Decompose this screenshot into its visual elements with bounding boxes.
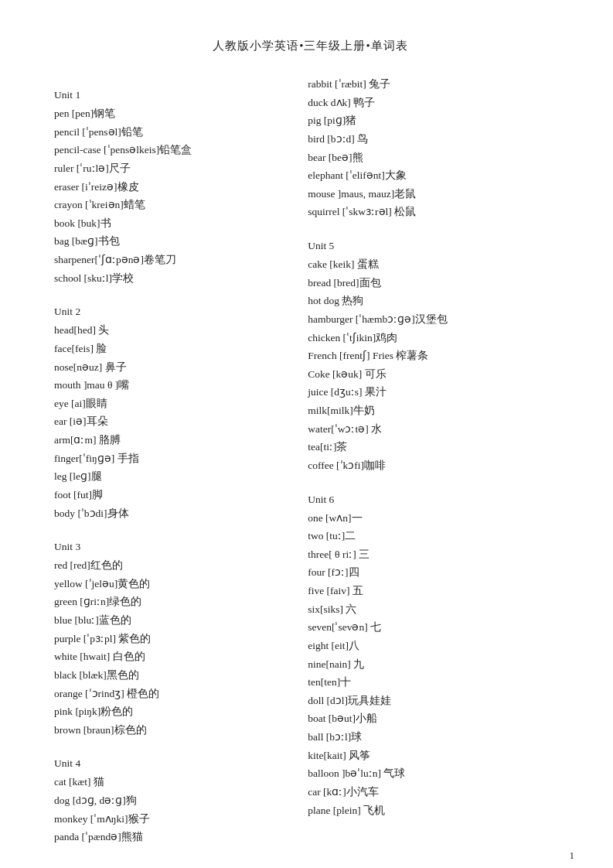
word-line: arm[ɑːm] 胳膊: [54, 431, 292, 449]
word-line: two [tuː]二: [308, 527, 567, 545]
word-line: eraser [iˈreizə]橡皮: [54, 178, 292, 196]
word-line: school [skuːl]学校: [54, 269, 292, 288]
word-line: nose[nəuz] 鼻子: [54, 358, 292, 377]
word-line: boat [bəut]小船: [308, 709, 567, 728]
word-line: purple [ˈpɜːpl] 紫色的: [54, 630, 292, 648]
word-line: pencil [ˈpensəl]铅笔: [54, 123, 292, 142]
word-line: crayon [ˈkreiən]蜡笔: [54, 196, 292, 214]
word-line: elephant [ˈelifənt]大象: [308, 166, 567, 185]
word-line: pink [piŋk]粉色的: [54, 702, 292, 721]
word-line: head[hed] 头: [54, 321, 292, 340]
word-line: seven[ˈsevən] 七: [308, 618, 567, 637]
word-line: tea[tiː]茶: [308, 438, 567, 456]
word-line: foot [fut]脚: [54, 486, 292, 504]
word-line: red [red]红色的: [54, 556, 292, 575]
word-line: body [ˈbɔdi]身体: [54, 504, 292, 523]
word-line: car [kɑː]小汽车: [308, 783, 567, 801]
word-line: kite[kait] 风筝: [308, 747, 567, 765]
word-line: six[siks] 六: [308, 600, 567, 619]
word-line: pig [piɡ]猪: [308, 111, 567, 130]
word-line: pen [pen]钢笔: [54, 104, 292, 123]
content-columns: Unit 1pen [pen]钢笔pencil [ˈpensəl]铅笔penci…: [54, 75, 567, 846]
right-column: rabbit [ˈræbit] 兔子duck dʌk] 鸭子pig [piɡ]猪…: [300, 75, 567, 846]
word-line: rabbit [ˈræbit] 兔子: [308, 75, 567, 94]
unit-title: Unit 6: [308, 494, 567, 506]
word-line: plane [plein] 飞机: [308, 801, 567, 820]
left-column: Unit 1pen [pen]钢笔pencil [ˈpensəl]铅笔penci…: [54, 75, 300, 846]
word-line: five [faiv] 五: [308, 582, 567, 600]
word-line: black [blæk]黑色的: [54, 666, 292, 685]
unit-title: Unit 1: [54, 89, 292, 101]
word-line: yellow [ˈjeləu]黄色的: [54, 575, 292, 593]
unit-title: Unit 4: [54, 757, 292, 770]
word-line: four [fɔː]四: [308, 563, 567, 582]
word-line: ruler [ˈruːlə]尺子: [54, 159, 292, 178]
word-line: chicken [ˈtʃikin]鸡肉: [308, 329, 567, 347]
word-line: brown [braun]棕色的: [54, 721, 292, 740]
word-line: eye [ai]眼睛: [54, 395, 292, 413]
word-line: ear [iə]耳朵: [54, 412, 292, 431]
spacer: [308, 475, 567, 480]
word-line: milk[milk]牛奶: [308, 402, 567, 420]
word-line: mouth ]mau θ ]嘴: [54, 376, 292, 395]
word-line: blue [bluː]蓝色的: [54, 611, 292, 630]
word-line: bear [beə]熊: [308, 149, 567, 167]
word-line: cat [kæt] 猫: [54, 773, 292, 791]
unit-title: Unit 5: [308, 240, 567, 252]
word-line: eight [eit]八: [308, 637, 567, 655]
word-line: bread [bred]面包: [308, 274, 567, 292]
word-line: sharpener[ˈʃɑːpənə]卷笔刀: [54, 251, 292, 269]
unit-title: Unit 2: [54, 306, 292, 318]
word-line: three[ θ riː] 三: [308, 545, 567, 564]
word-line: finger[ˈfiŋɡə] 手指: [54, 449, 292, 468]
page-number: 1: [570, 849, 575, 862]
word-line: bag [bæɡ]书包: [54, 232, 292, 251]
word-line: monkey [ˈmʌŋki]猴子: [54, 810, 292, 829]
word-line: bird [bɔːd] 鸟: [308, 130, 567, 149]
word-line: balloon ]bəˈluːn] 气球: [308, 764, 567, 783]
word-line: ball [bɔːl]球: [308, 728, 567, 747]
word-line: pencil-case [ˈpensəlkeis]铅笔盒: [54, 141, 292, 159]
word-line: orange [ˈɔrindʒ] 橙色的: [54, 685, 292, 703]
word-line: doll [dɔl]玩具娃娃: [308, 692, 567, 710]
word-line: leg [leɡ]腿: [54, 467, 292, 486]
word-line: cake [keik] 蛋糕: [308, 255, 567, 274]
word-line: panda [ˈpændə]熊猫: [54, 828, 292, 846]
word-line: ten[ten]十: [308, 673, 567, 692]
word-line: duck dʌk] 鸭子: [308, 94, 567, 112]
word-line: Coke [kəuk] 可乐: [308, 365, 567, 384]
word-line: squirrel [ˈskwɜːrəl] 松鼠: [308, 203, 567, 221]
word-line: dog [dɔɡ, dəːɡ]狗: [54, 791, 292, 810]
spacer: [54, 522, 292, 527]
spacer: [54, 287, 292, 292]
word-line: nine[nain] 九: [308, 655, 567, 674]
word-line: one [wʌn]一: [308, 509, 567, 528]
word-line: hamburger [ˈhæmbɔːɡə]汉堡包: [308, 310, 567, 329]
page-title: 人教版小学英语•三年级上册•单词表: [54, 39, 567, 53]
word-line: green [ɡriːn]绿色的: [54, 593, 292, 611]
unit-title: Unit 3: [54, 541, 292, 553]
word-line: French [frentʃ] Fries 榨薯条: [308, 347, 567, 365]
word-line: coffee [ˈkɔfi]咖啡: [308, 456, 567, 475]
word-line: mouse ]maus, mauz]老鼠: [308, 185, 567, 203]
spacer: [54, 739, 292, 743]
word-line: white [hwait] 白色的: [54, 648, 292, 666]
word-line: water[ˈwɔːtə] 水: [308, 420, 567, 439]
word-line: face[feis] 脸: [54, 340, 292, 358]
word-line: hot dog 热狗: [308, 292, 567, 310]
spacer: [308, 221, 567, 226]
word-line: book [buk]书: [54, 214, 292, 233]
word-line: juice [dʒuːs] 果汁: [308, 383, 567, 402]
